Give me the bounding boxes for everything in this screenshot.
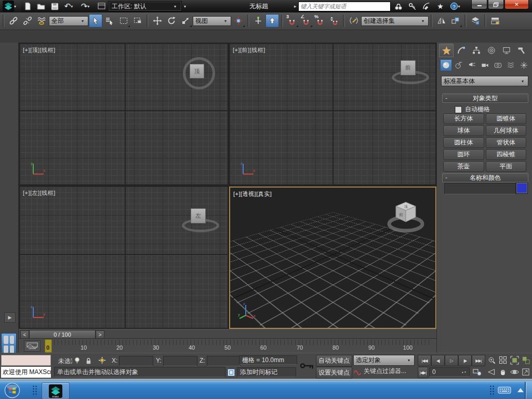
graphite-ribbon-toggle-button[interactable]: [488, 14, 502, 28]
help-caret-icon[interactable]: ▾: [458, 4, 462, 9]
orbit-icon[interactable]: [509, 367, 520, 377]
search-icon[interactable]: [392, 1, 405, 11]
category-cameras-button[interactable]: [479, 59, 491, 71]
select-object-button[interactable]: [89, 14, 102, 28]
viewcube-3d[interactable]: 顶 前: [385, 199, 426, 233]
close-button[interactable]: ✕: [504, 0, 529, 9]
category-spacewarps-button[interactable]: [505, 59, 517, 71]
select-and-manipulate-button[interactable]: [251, 14, 265, 28]
torus-button[interactable]: 圆环: [443, 149, 484, 160]
isolate-selection-icon[interactable]: [72, 355, 82, 366]
maxscript-mini-listener[interactable]: [1, 355, 51, 366]
category-helpers-button[interactable]: [492, 59, 504, 71]
toolbar-options-caret-icon[interactable]: ▾: [182, 1, 190, 11]
viewport-front[interactable]: [+][前][线框] 前 z x: [230, 44, 435, 184]
tab-modify[interactable]: [454, 44, 469, 57]
tab-utilities[interactable]: [514, 44, 529, 57]
tube-button[interactable]: 管状体: [486, 137, 527, 148]
show-hidden-icons-arrow[interactable]: [517, 388, 524, 392]
frame-spinner[interactable]: ▲▼: [461, 371, 467, 374]
category-geometry-button[interactable]: [440, 59, 452, 71]
object-color-swatch[interactable]: [516, 182, 528, 194]
keyboard-shortcut-override-button[interactable]: [265, 14, 279, 28]
communication-center-icon[interactable]: [420, 1, 433, 11]
select-and-link-icon[interactable]: [7, 14, 20, 28]
viewcube-top-face[interactable]: 顶: [190, 64, 204, 78]
app-menu-button[interactable]: ▾: [0, 0, 21, 12]
add-time-tag-button[interactable]: 添加时间标记: [237, 367, 296, 377]
undo-button[interactable]: ↶▾: [61, 1, 78, 11]
cone-button[interactable]: 圆锥体: [486, 113, 527, 124]
auto-key-button[interactable]: 自动关键点: [316, 355, 352, 367]
maximize-viewport-toggle-icon[interactable]: [521, 367, 531, 377]
workspace-icon[interactable]: [95, 1, 108, 11]
touch-keyboard-tray-icon[interactable]: [498, 385, 511, 395]
selection-filter-dropdown[interactable]: 全部▾: [49, 16, 88, 26]
key-filters-button[interactable]: 关键点过滤器...: [353, 367, 406, 376]
category-systems-button[interactable]: [518, 59, 530, 71]
viewport-left-label[interactable]: [+][左][线框]: [23, 189, 56, 197]
set-key-button[interactable]: 设置关键点: [316, 367, 352, 379]
time-slider-next-button[interactable]: >: [96, 330, 104, 339]
maxscript-welcome-text[interactable]: 欢迎使用 MAXScript: [1, 367, 51, 378]
layer-manager-button[interactable]: [469, 14, 482, 28]
maximize-button[interactable]: [488, 0, 504, 9]
named-selection-sets-dropdown[interactable]: 创建选择集▾: [361, 16, 429, 26]
time-configuration-icon[interactable]: [472, 367, 482, 377]
viewport-perspective-active[interactable]: [+][透视][真实] 顶 前 z x y: [229, 187, 436, 329]
next-frame-button[interactable]: |▶: [458, 355, 472, 366]
previous-frame-button[interactable]: ◀|: [431, 355, 445, 366]
spinner-snap-button[interactable]: [327, 14, 341, 28]
y-coordinate-field[interactable]: [163, 356, 197, 366]
toggle-key-mode-icon[interactable]: [299, 357, 315, 374]
help-button[interactable]: ? ▾: [448, 1, 464, 11]
tab-hierarchy[interactable]: [469, 44, 484, 57]
infocenter-expand-icon[interactable]: ▸: [294, 4, 297, 9]
selection-lock-icon[interactable]: [83, 355, 94, 366]
angle-snap-button[interactable]: ∠: [299, 14, 313, 28]
rollout-collapse-icon[interactable]: -: [445, 174, 447, 182]
track-bar[interactable]: 0 10 20 30 40 50 60 70 80 90 100: [19, 338, 436, 353]
bind-to-spacewarp-icon[interactable]: [35, 14, 48, 28]
z-coordinate-field[interactable]: [207, 356, 241, 366]
zoom-extents-icon[interactable]: [509, 355, 520, 365]
primitive-category-dropdown[interactable]: 标准基本体▾: [441, 76, 528, 86]
play-button[interactable]: ▷: [445, 355, 458, 366]
cylinder-button[interactable]: 圆柱体: [443, 137, 484, 148]
viewport-top[interactable]: [+][顶][线框] 顶 y x: [20, 44, 228, 184]
rectangular-selection-region-button[interactable]: [117, 14, 130, 28]
absolute-mode-transform-icon[interactable]: [97, 355, 107, 365]
search-input[interactable]: [298, 2, 391, 11]
select-and-move-button[interactable]: [151, 14, 164, 28]
time-tag-icon[interactable]: [227, 367, 235, 378]
new-file-button[interactable]: [21, 1, 34, 11]
percent-snap-button[interactable]: %: [313, 14, 327, 28]
redo-caret-icon[interactable]: ▾: [87, 4, 91, 9]
viewport-perspective-label[interactable]: [+][透视][真实]: [233, 190, 272, 198]
go-to-end-button[interactable]: ▶▶|: [472, 355, 485, 366]
workspace-dropdown[interactable]: 工作区: 默认 ▾: [108, 1, 182, 11]
viewport-left[interactable]: [+][左][线框] 左 z y: [20, 187, 228, 328]
unlink-selection-icon[interactable]: [21, 14, 34, 28]
zoom-all-icon[interactable]: [498, 355, 508, 365]
expand-panel-arrow-icon[interactable]: ▶: [4, 312, 16, 323]
key-mode-toggle-button[interactable]: |◀▶|: [418, 367, 428, 378]
snaps-toggle-3d-button[interactable]: 3: [285, 14, 299, 28]
minimize-button[interactable]: [471, 0, 487, 9]
mini-curve-editor-button[interactable]: [24, 340, 41, 352]
teapot-button[interactable]: 茶壶: [443, 161, 484, 172]
mirror-button[interactable]: [435, 14, 448, 28]
current-frame-field[interactable]: 0 ▲▼: [429, 367, 470, 377]
rollout-collapse-icon[interactable]: -: [445, 94, 447, 102]
use-pivot-point-button[interactable]: [232, 14, 245, 28]
plane-button[interactable]: 平面: [486, 161, 527, 172]
show-desktop-button[interactable]: [525, 382, 532, 399]
autogrid-checkbox[interactable]: [455, 106, 462, 113]
viewcube-left-face[interactable]: 左: [191, 208, 206, 223]
viewport-top-label[interactable]: [+][顶][线框]: [23, 46, 56, 54]
tab-motion[interactable]: [484, 44, 499, 57]
pan-hand-icon[interactable]: [498, 367, 508, 377]
field-of-view-icon[interactable]: [486, 367, 497, 377]
tab-create[interactable]: [439, 44, 454, 57]
select-and-scale-button[interactable]: [179, 14, 192, 28]
